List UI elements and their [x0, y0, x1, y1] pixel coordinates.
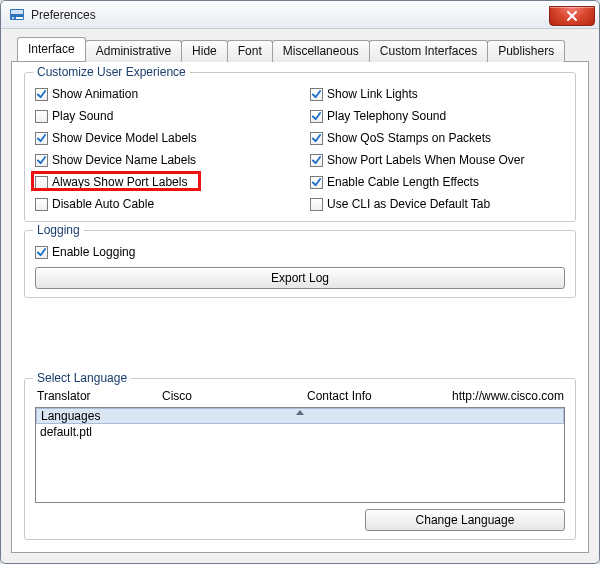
opt-always-show-port-labels: Always Show Port Labels — [35, 173, 290, 191]
customize-grid: Show Animation Show Link Lights Play Sou… — [35, 83, 565, 213]
tab-custom-interfaces[interactable]: Custom Interfaces — [369, 40, 488, 62]
export-log-button[interactable]: Export Log — [35, 267, 565, 289]
opt-show-port-labels-hover: Show Port Labels When Mouse Over — [310, 151, 565, 169]
language-list[interactable]: Languages default.ptl — [35, 407, 565, 503]
header-url: http://www.cisco.com — [452, 389, 564, 403]
language-column-headers: Translator Cisco Contact Info http://www… — [35, 389, 565, 407]
preferences-window: Preferences Interface Administrative Hid… — [0, 0, 600, 564]
group-customize-legend: Customize User Experience — [33, 65, 190, 79]
header-contact-info: Contact Info — [307, 389, 452, 403]
opt-show-device-name-labels: Show Device Name Labels — [35, 151, 290, 169]
opt-show-device-model-labels: Show Device Model Labels — [35, 129, 290, 147]
opt-show-animation: Show Animation — [35, 85, 290, 103]
label-use-cli-default-tab: Use CLI as Device Default Tab — [327, 197, 490, 211]
export-log-label: Export Log — [271, 271, 329, 285]
tab-publishers[interactable]: Publishers — [487, 40, 565, 62]
checkbox-show-qos-stamps[interactable] — [310, 132, 323, 145]
tab-panel-interface: Customize User Experience Show Animation… — [11, 61, 589, 553]
close-icon — [566, 11, 578, 21]
opt-show-link-lights: Show Link Lights — [310, 85, 565, 103]
group-language: Select Language Translator Cisco Contact… — [24, 378, 576, 540]
close-button[interactable] — [549, 6, 595, 26]
header-cisco: Cisco — [162, 389, 307, 403]
label-show-port-labels-hover: Show Port Labels When Mouse Over — [327, 153, 524, 167]
label-enable-logging: Enable Logging — [52, 245, 135, 259]
label-disable-auto-cable: Disable Auto Cable — [52, 197, 154, 211]
svg-rect-1 — [11, 10, 23, 14]
group-logging-legend: Logging — [33, 223, 84, 237]
group-language-legend: Select Language — [33, 371, 131, 385]
tab-miscellaneous[interactable]: Miscellaneous — [272, 40, 370, 62]
checkbox-play-telephony-sound[interactable] — [310, 110, 323, 123]
checkbox-show-link-lights[interactable] — [310, 88, 323, 101]
opt-show-qos-stamps: Show QoS Stamps on Packets — [310, 129, 565, 147]
list-item-label: default.ptl — [40, 425, 92, 439]
label-play-sound: Play Sound — [52, 109, 113, 123]
change-language-label: Change Language — [416, 513, 515, 527]
label-show-link-lights: Show Link Lights — [327, 87, 418, 101]
checkbox-enable-cable-length-effects[interactable] — [310, 176, 323, 189]
checkbox-show-device-model-labels[interactable] — [35, 132, 48, 145]
sort-caret-icon — [296, 410, 304, 415]
label-show-animation: Show Animation — [52, 87, 138, 101]
svg-rect-3 — [16, 17, 23, 19]
change-language-button[interactable]: Change Language — [365, 509, 565, 531]
header-translator: Translator — [37, 389, 162, 403]
language-list-header-label: Languages — [41, 409, 100, 423]
opt-disable-auto-cable: Disable Auto Cable — [35, 195, 290, 213]
opt-play-sound: Play Sound — [35, 107, 290, 125]
app-icon — [9, 7, 25, 23]
opt-enable-cable-length-effects: Enable Cable Length Effects — [310, 173, 565, 191]
checkbox-show-port-labels-hover[interactable] — [310, 154, 323, 167]
client-area: Interface Administrative Hide Font Misce… — [1, 29, 599, 563]
language-button-row: Change Language — [35, 509, 565, 531]
opt-play-telephony-sound: Play Telephony Sound — [310, 107, 565, 125]
window-title: Preferences — [31, 8, 549, 22]
checkbox-show-device-name-labels[interactable] — [35, 154, 48, 167]
opt-use-cli-default-tab: Use CLI as Device Default Tab — [310, 195, 565, 213]
group-customize: Customize User Experience Show Animation… — [24, 72, 576, 222]
tabstrip: Interface Administrative Hide Font Misce… — [11, 39, 589, 61]
opt-enable-logging: Enable Logging — [35, 243, 565, 261]
svg-point-2 — [12, 17, 14, 19]
label-show-device-name-labels: Show Device Name Labels — [52, 153, 196, 167]
label-always-show-port-labels: Always Show Port Labels — [52, 175, 187, 189]
tab-font[interactable]: Font — [227, 40, 273, 62]
checkbox-enable-logging[interactable] — [35, 246, 48, 259]
tab-administrative[interactable]: Administrative — [85, 40, 182, 62]
label-enable-cable-length-effects: Enable Cable Length Effects — [327, 175, 479, 189]
spacer — [24, 306, 576, 370]
language-list-header[interactable]: Languages — [36, 408, 564, 424]
list-item[interactable]: default.ptl — [36, 424, 564, 440]
checkbox-disable-auto-cable[interactable] — [35, 198, 48, 211]
tab-hide[interactable]: Hide — [181, 40, 228, 62]
checkbox-play-sound[interactable] — [35, 110, 48, 123]
checkbox-show-animation[interactable] — [35, 88, 48, 101]
titlebar: Preferences — [1, 1, 599, 29]
group-logging: Logging Enable Logging Export Log — [24, 230, 576, 298]
label-show-device-model-labels: Show Device Model Labels — [52, 131, 197, 145]
checkbox-always-show-port-labels[interactable] — [35, 176, 48, 189]
checkbox-use-cli-default-tab[interactable] — [310, 198, 323, 211]
tab-interface[interactable]: Interface — [17, 37, 86, 61]
label-play-telephony-sound: Play Telephony Sound — [327, 109, 446, 123]
label-show-qos-stamps: Show QoS Stamps on Packets — [327, 131, 491, 145]
